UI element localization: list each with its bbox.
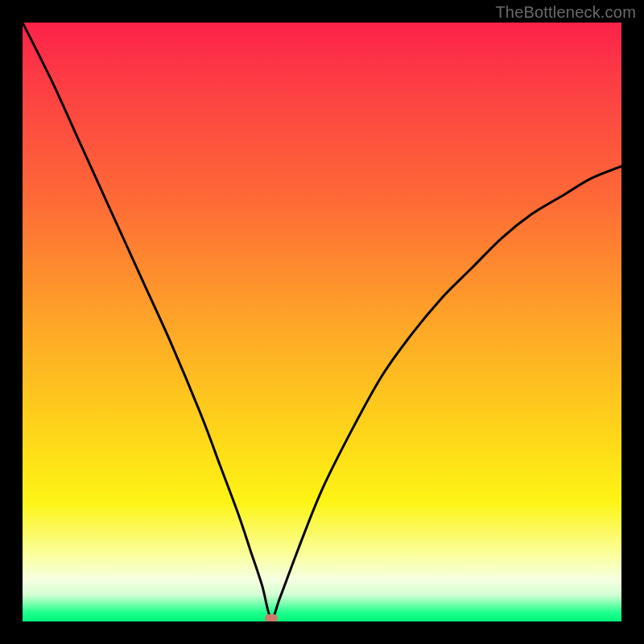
optimal-point-marker xyxy=(265,614,278,621)
plot-area xyxy=(23,23,621,621)
watermark-text: TheBottleneck.com xyxy=(495,3,636,22)
bottleneck-curve xyxy=(23,23,621,621)
chart-frame: TheBottleneck.com xyxy=(0,0,644,644)
